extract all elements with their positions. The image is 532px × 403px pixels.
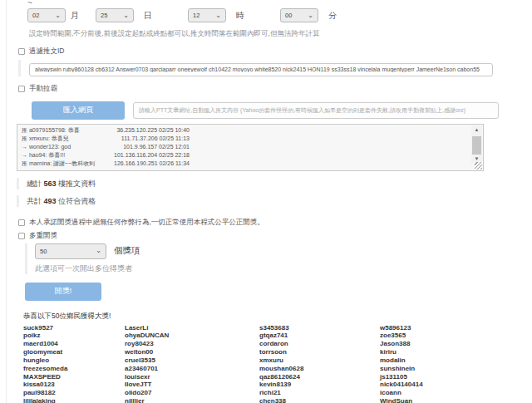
qualified-suffix: 位符合資格 xyxy=(57,197,96,205)
resize-grip-icon[interactable] xyxy=(475,162,482,170)
day-unit-label: 日 xyxy=(144,10,152,22)
textarea-scrollbar[interactable]: ▲ ▼ xyxy=(471,125,482,163)
winner-id: richi21 xyxy=(259,389,303,397)
push-comment: → hao94: 恭喜!!! xyxy=(22,151,106,160)
push-lines: 推 a0979155798: 恭喜 36.235.120.225 02/25 1… xyxy=(17,125,483,170)
winner-id: suck9527 xyxy=(23,324,67,332)
minute-unit-label: 分 xyxy=(328,10,337,22)
total-suffix: 樓推文資料 xyxy=(57,179,96,188)
month-select[interactable]: 02 ⌄ xyxy=(27,8,66,22)
import-row: 匯入網頁 xyxy=(18,101,532,120)
winner-id: nick04140414 xyxy=(380,381,423,389)
winner-id: gtqaz741 xyxy=(259,332,303,340)
winner-id: hungleo xyxy=(23,356,67,365)
prize-count-line: 50 ⌄ 個獎項 xyxy=(35,243,532,259)
winner-id: a23460701 xyxy=(125,365,169,373)
manual-label: 手動拉霸 xyxy=(29,84,57,94)
push-line: 推 a0979155798: 恭喜 36.235.120.225 02/25 1… xyxy=(22,126,466,135)
push-comment: 推 xmxuru: 恭喜兒 xyxy=(22,135,106,143)
filter-id-checkbox[interactable] xyxy=(18,48,25,55)
winner-id: maerd1004 xyxy=(23,340,67,348)
winner-id: kevin8139 xyxy=(259,381,303,389)
promise-checkbox[interactable] xyxy=(18,219,25,226)
push-comment: 推 a0979155798: 恭喜 xyxy=(22,126,106,135)
push-ip-time: 126.166.190.251 02/26 11:34 xyxy=(106,160,190,168)
import-url-button[interactable]: 匯入網頁 xyxy=(32,101,125,120)
month-unit-label: 月 xyxy=(71,10,79,22)
chevron-down-icon: ⌄ xyxy=(55,13,61,18)
prize-unit-label: 個獎項 xyxy=(114,245,140,257)
push-line: → wonder123: god 101.9.96.157 02/25 12:0… xyxy=(22,143,466,151)
winner-id: freezesomeda xyxy=(23,365,67,373)
winner-id: roy80423 xyxy=(125,340,169,348)
multi-draw-checkbox-row: 多重開獎 xyxy=(18,231,532,241)
winner-id: zoe3565 xyxy=(380,332,423,340)
day-select-value: 25 xyxy=(101,12,107,19)
qualified-count: 493 xyxy=(44,197,57,205)
winner-id: kissa0123 xyxy=(23,381,67,389)
winner-id: WindSuan xyxy=(380,397,423,403)
multi-draw-checkbox[interactable] xyxy=(18,233,25,239)
filter-id-checkbox-row: 過濾推文ID xyxy=(18,47,532,57)
push-comment: → wonder123: god xyxy=(22,143,106,151)
manual-checkbox[interactable] xyxy=(18,86,25,92)
winner-id: Jason388 xyxy=(380,340,423,348)
push-line: → hao94: 恭喜!!! 101.136.116.204 02/25 22:… xyxy=(22,151,466,160)
winner-id: LaserLi xyxy=(125,324,169,332)
hour-unit-label: 時 xyxy=(236,10,244,22)
winner-id: lililalaking xyxy=(23,397,67,403)
filter-id-block xyxy=(18,60,532,76)
winner-id: MAXSPEED xyxy=(23,373,67,381)
minute-select[interactable]: 00 ⌄ xyxy=(280,8,318,22)
lottery-tool-page: ~ 02 ⌄ 月 25 ⌄ 日 12 ⌄ 時 00 ⌄ 分 設定時間範圍,不分前… xyxy=(0,0,532,403)
push-line: 推 marnina: 謝謝~~教科收到 126.166.190.251 02/2… xyxy=(22,160,466,168)
total-prefix: 總計 xyxy=(27,179,44,188)
winner-id: modalin xyxy=(380,356,423,365)
qualified-prefix: 共計 xyxy=(27,197,44,205)
prize-hint: 此選項可一次開出多位得獎者 xyxy=(35,263,532,274)
multi-draw-label: 多重開獎 xyxy=(29,231,57,241)
prize-count-block: 50 ⌄ 個獎項 此選項可一次開出多位得獎者 xyxy=(25,243,532,274)
promise-checkbox-row: 本人承諾開獎過程中絕無任何作弊行為,一切正常使用本程式公平公正開獎。 xyxy=(18,218,532,228)
push-line: 推 xmxuru: 恭喜兒 111.71.37.206 02/25 11:13 xyxy=(22,135,466,143)
hour-select-value: 12 xyxy=(193,12,200,19)
scroll-up-icon[interactable]: ▲ xyxy=(471,125,482,134)
chevron-down-icon: ⌄ xyxy=(308,13,313,18)
push-comment: 推 marnina: 謝謝~~教科收到 xyxy=(22,160,106,168)
draw-button[interactable]: 開獎! xyxy=(25,283,101,301)
winner-id: qaz86120624 xyxy=(259,373,303,381)
day-select[interactable]: 25 ⌄ xyxy=(96,8,134,22)
prize-count-select[interactable]: 50 ⌄ xyxy=(35,243,106,259)
push-ip-time: 111.71.37.206 02/25 11:13 xyxy=(106,135,190,143)
end-datetime-row: 02 ⌄ 月 25 ⌄ 日 12 ⌄ 時 00 ⌄ 分 xyxy=(18,7,532,23)
winner-id: poikz xyxy=(23,332,67,340)
winner-id: moushan0628 xyxy=(259,365,303,373)
winner-id: welton00 xyxy=(125,348,169,356)
scrollbar-thumb[interactable] xyxy=(472,136,481,155)
winner-id: s3453683 xyxy=(259,324,303,332)
winner-id: sunshinein xyxy=(380,365,423,373)
push-content-textarea[interactable]: 推 a0979155798: 恭喜 36.235.120.225 02/25 1… xyxy=(17,124,484,171)
prize-count-value: 50 xyxy=(40,248,47,255)
qualified-count-line: 共計 493 位符合資格 xyxy=(17,195,532,207)
winners-column: w5896123zoe3565Jason388kirirumodalinsuns… xyxy=(380,324,423,403)
winner-id: cordaron xyxy=(259,340,303,348)
article-url-input[interactable] xyxy=(133,102,499,119)
winner-id: kiriru xyxy=(380,348,423,356)
winner-id: nilllier xyxy=(125,397,169,403)
push-ip-time: 36.235.120.225 02/25 10:40 xyxy=(106,126,190,135)
winner-id: cruel3535 xyxy=(125,356,169,365)
winner-id: IloveJTT xyxy=(125,381,169,389)
winners-column: s3453683gtqaz741cordarontorrsoonxmxurumo… xyxy=(259,324,303,403)
winners-title: 恭喜以下50位鄉民獲得大獎! xyxy=(23,312,532,322)
winner-id: js131105 xyxy=(380,373,423,381)
winners-column: LaserLiohyaDUNCANroy80423welton00cruel35… xyxy=(125,324,169,403)
winner-id: chen338 xyxy=(259,397,303,403)
chevron-down-icon: ⌄ xyxy=(123,13,129,18)
hour-select[interactable]: 12 ⌄ xyxy=(188,8,226,22)
winner-id: gloomymeat xyxy=(23,348,67,356)
winner-id: olido207 xyxy=(125,389,169,397)
manual-checkbox-row: 手動拉霸 xyxy=(18,84,532,94)
chevron-down-icon: ⌄ xyxy=(215,13,221,18)
filter-id-input[interactable] xyxy=(29,63,493,76)
